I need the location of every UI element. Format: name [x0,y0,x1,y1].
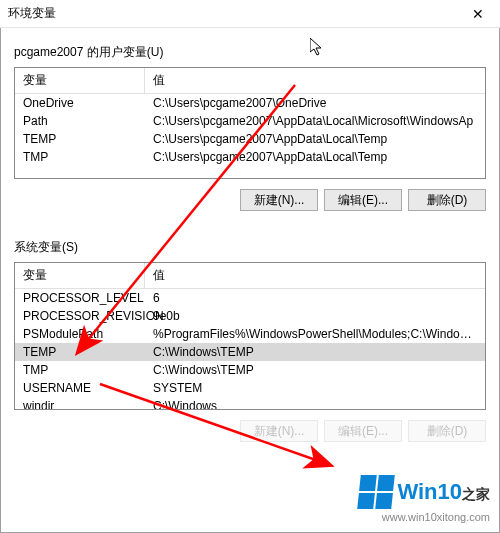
titlebar: 环境变量 ✕ [0,0,500,28]
table-row[interactable]: PROCESSOR_REVISION 9e0b [15,307,485,325]
delete-button[interactable]: 删除(D) [408,420,486,442]
var-name: TMP [15,148,145,166]
var-name: USERNAME [15,379,145,397]
system-vars-table[interactable]: 变量 值 PROCESSOR_LEVEL 6 PROCESSOR_REVISIO… [14,262,486,410]
var-value: C:\Windows\TEMP [145,361,485,379]
close-button[interactable]: ✕ [456,0,500,28]
var-value: SYSTEM [145,379,485,397]
var-name: PSModulePath [15,325,145,343]
column-header-value[interactable]: 值 [145,68,485,93]
var-name: TEMP [15,343,145,361]
system-vars-label: 系统变量(S) [14,239,486,256]
var-value: 6 [145,289,485,307]
var-name: Path [15,112,145,130]
column-header-name[interactable]: 变量 [15,68,145,93]
var-name: OneDrive [15,94,145,112]
table-row[interactable]: TEMP C:\Users\pcgame2007\AppData\Local\T… [15,130,485,148]
edit-button[interactable]: 编辑(E)... [324,189,402,211]
table-row[interactable]: PSModulePath %ProgramFiles%\WindowsPower… [15,325,485,343]
table-row[interactable]: TMP C:\Users\pcgame2007\AppData\Local\Te… [15,148,485,166]
table-row[interactable]: OneDrive C:\Users\pcgame2007\OneDrive [15,94,485,112]
var-value: C:\Users\pcgame2007\AppData\Local\Temp [145,148,485,166]
user-vars-table[interactable]: 变量 值 OneDrive C:\Users\pcgame2007\OneDri… [14,67,486,179]
table-row[interactable]: windir C:\Windows [15,397,485,410]
var-name: TMP [15,361,145,379]
var-value: C:\Users\pcgame2007\OneDrive [145,94,485,112]
watermark-url: www.win10xitong.com [382,511,490,523]
user-vars-label: pcgame2007 的用户变量(U) [14,44,486,61]
user-vars-buttons: 新建(N)... 编辑(E)... 删除(D) [14,189,486,211]
var-value: 9e0b [145,307,485,325]
watermark-brand: Win10 [397,481,462,503]
var-name: TEMP [15,130,145,148]
var-value: C:\Users\pcgame2007\AppData\Local\Temp [145,130,485,148]
watermark: Win10 之家 [351,475,490,509]
var-value: C:\Windows\TEMP [145,343,485,361]
system-vars-header: 变量 值 [15,263,485,289]
table-row-selected[interactable]: TEMP C:\Windows\TEMP [15,343,485,361]
column-header-name[interactable]: 变量 [15,263,145,288]
var-name: windir [15,397,145,410]
new-button[interactable]: 新建(N)... [240,420,318,442]
delete-button[interactable]: 删除(D) [408,189,486,211]
edit-button[interactable]: 编辑(E)... [324,420,402,442]
table-row[interactable]: USERNAME SYSTEM [15,379,485,397]
watermark-suffix: 之家 [462,487,490,501]
close-icon: ✕ [472,6,484,22]
table-row[interactable]: PROCESSOR_LEVEL 6 [15,289,485,307]
column-header-value[interactable]: 值 [145,263,485,288]
var-value: C:\Windows [145,397,485,410]
var-name: PROCESSOR_REVISION [15,307,145,325]
var-name: PROCESSOR_LEVEL [15,289,145,307]
windows-logo-icon [358,475,396,509]
system-vars-buttons: 新建(N)... 编辑(E)... 删除(D) [14,420,486,442]
new-button[interactable]: 新建(N)... [240,189,318,211]
user-vars-header: 变量 值 [15,68,485,94]
var-value: C:\Users\pcgame2007\AppData\Local\Micros… [145,112,485,130]
table-row[interactable]: Path C:\Users\pcgame2007\AppData\Local\M… [15,112,485,130]
var-value: %ProgramFiles%\WindowsPowerShell\Modules… [145,325,485,343]
window-title: 环境变量 [8,5,56,22]
table-row[interactable]: TMP C:\Windows\TEMP [15,361,485,379]
